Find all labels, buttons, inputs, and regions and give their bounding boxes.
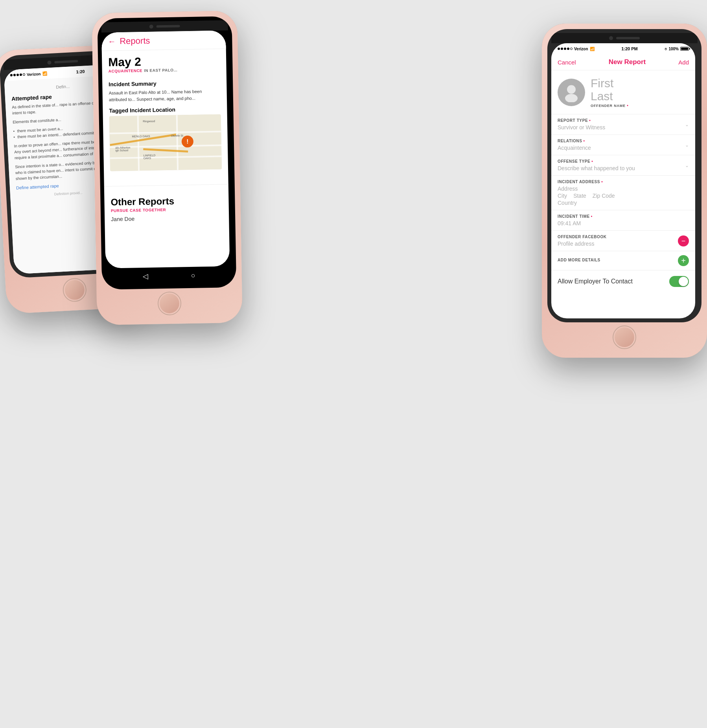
relations-section: RELATIONS • Acquaintence ⌄ — [551, 134, 695, 155]
zip-field[interactable]: Zip Code — [593, 193, 615, 199]
wifi-icon-left: 📶 — [42, 71, 47, 76]
chevron-down-report-type: ⌄ — [685, 122, 689, 127]
pursue-label: PURSUE CASE TOGETHER — [111, 207, 223, 213]
map-container: Ringwood MENLO OAKS Okeefe St alo-Athert… — [109, 114, 222, 171]
signal-dots-left — [10, 73, 25, 76]
report-type-row[interactable]: REPORT TYPE • Survivor or Witness ⌄ — [558, 118, 689, 131]
camera-dot-middle — [149, 25, 153, 29]
relations-label: RELATIONS • — [558, 139, 591, 143]
incident-summary-text: Assault in East Palo Alto at 10... Name … — [109, 88, 221, 103]
city-field[interactable]: City — [558, 193, 567, 199]
report-type-section: REPORT TYPE • Survivor or Witness ⌄ — [551, 114, 695, 134]
bt-icon: ⎏ — [665, 47, 667, 51]
speaker-left — [54, 60, 78, 63]
incident-address-section: INCIDENT ADDRESS • Address City State Zi… — [551, 175, 695, 210]
status-left-left: Verizon 📶 — [10, 71, 47, 77]
battery-pct: 100% — [668, 47, 679, 51]
incident-time-value[interactable]: 09:41 AM — [558, 220, 689, 226]
required-dot-name: • — [627, 103, 628, 108]
phone-middle: ← Reports May 2 ACQUAINTENCE IN EAST PAL… — [92, 11, 243, 325]
status-right-right: ⎏ 100% — [665, 47, 689, 51]
home-inner-right — [615, 327, 634, 347]
facebook-row: OFFENDER FACEBOOK Profile address − — [558, 235, 689, 247]
other-reports-title: Other Reports — [110, 195, 222, 208]
incident-time-section: INCIDENT TIME • 09:41 AM — [551, 210, 695, 230]
offense-type-section: OFFENSE TYPE • Describe what happened to… — [551, 155, 695, 175]
carrier-left: Verizon — [27, 72, 41, 77]
android-back-btn[interactable]: ◁ — [143, 272, 148, 281]
offense-type-label: OFFENSE TYPE • — [558, 159, 635, 164]
offense-type-row[interactable]: OFFENSE TYPE • Describe what happened to… — [558, 159, 689, 171]
employer-toggle-row: Allow Employer To Contact — [551, 270, 695, 292]
offense-type-value: Describe what happened to you — [558, 165, 635, 171]
incident-address-label: INCIDENT ADDRESS • — [558, 180, 689, 184]
reporter-name: Jane Doe — [111, 214, 223, 222]
camera-dot-left — [47, 61, 52, 65]
toggle-knob — [679, 277, 688, 286]
carrier-right: Verizon — [574, 47, 588, 51]
address-city-state-row: City State Zip Code — [558, 193, 689, 199]
required-dot-offense: • — [591, 159, 593, 164]
home-inner-left — [64, 279, 85, 300]
avatar[interactable] — [558, 79, 585, 106]
back-arrow-icon[interactable]: ← — [108, 37, 116, 46]
new-report-title: New Report — [609, 58, 646, 66]
signal-right — [558, 48, 573, 50]
home-indicator-middle[interactable] — [158, 291, 182, 315]
employer-toggle[interactable] — [669, 276, 689, 287]
add-more-button[interactable]: + — [678, 255, 689, 266]
add-more-label: ADD MORE DETAILS — [558, 258, 600, 262]
status-bar-right: Verizon 📶 1:20 PM ⎏ 100% — [551, 43, 695, 54]
svg-point-1 — [565, 94, 578, 102]
screen-right: Verizon 📶 1:20 PM ⎏ 100% Cancel — [551, 43, 695, 318]
speaker-middle — [156, 25, 180, 28]
address-fields: Address City State Zip Code Country — [558, 186, 689, 206]
map-background: Ringwood MENLO OAKS Okeefe St alo-Athert… — [109, 114, 222, 171]
home-inner-middle — [160, 294, 180, 314]
incident-summary-title: Incident Summary — [109, 79, 220, 88]
facebook-value[interactable]: Profile address — [558, 241, 607, 247]
offender-name-label: OFFENDER NAME • — [591, 103, 629, 108]
time-right: 1:20 PM — [621, 46, 638, 51]
home-indicator-left[interactable] — [62, 278, 87, 302]
relations-row[interactable]: RELATIONS • Acquaintence ⌄ — [558, 139, 689, 151]
status-left-right: Verizon 📶 — [558, 47, 595, 51]
facebook-label: OFFENDER FACEBOOK — [558, 235, 607, 239]
employer-toggle-label: Allow Employer To Contact — [558, 278, 633, 285]
reports-title: Reports — [120, 36, 150, 46]
time-left: 1:20 — [76, 69, 85, 74]
report-date: May 2 — [108, 55, 220, 68]
chevron-down-offense: ⌄ — [685, 163, 689, 168]
battery-fill — [681, 48, 688, 50]
remove-facebook-button[interactable]: − — [678, 235, 689, 246]
new-report-nav: Cancel New Report Add — [551, 54, 695, 70]
chevron-down-relations: ⌄ — [685, 142, 689, 148]
android-home-btn[interactable]: ○ — [191, 271, 195, 279]
phone-top-bar-right — [551, 33, 698, 43]
speaker-right — [616, 37, 640, 39]
add-more-row: ADD MORE DETAILS + — [558, 255, 689, 266]
cancel-button[interactable]: Cancel — [558, 59, 576, 66]
phone-right: Verizon 📶 1:20 PM ⎏ 100% Cancel — [542, 24, 707, 358]
screen-middle: ← Reports May 2 ACQUAINTENCE IN EAST PAL… — [101, 30, 230, 268]
reports-nav: ← Reports — [101, 30, 226, 51]
country-field[interactable]: Country — [558, 200, 689, 206]
other-reports-card: Other Reports PURSUE CASE TOGETHER Jane … — [104, 189, 229, 228]
add-button[interactable]: Add — [678, 59, 689, 66]
incident-time-label: INCIDENT TIME • — [558, 214, 689, 219]
relations-value: Acquaintence — [558, 145, 591, 151]
android-nav: ◁ ○ — [105, 266, 232, 286]
location-tag: IN EAST PALO... — [144, 68, 177, 73]
offender-last-name: Last — [591, 90, 629, 103]
wifi-icon-right: 📶 — [590, 47, 595, 51]
state-field[interactable]: State — [573, 193, 586, 199]
home-indicator-right[interactable] — [613, 325, 636, 349]
address-placeholder[interactable]: Address — [558, 186, 689, 192]
report-type-label: REPORT TYPE • — [558, 118, 605, 123]
camera-dot-right — [609, 36, 613, 40]
required-dot-address: • — [601, 180, 603, 184]
offender-facebook-section: OFFENDER FACEBOOK Profile address − — [551, 230, 695, 251]
required-dot-time: • — [591, 214, 593, 219]
divider — [104, 184, 228, 187]
acquaintence-tag: ACQUAINTENCE — [109, 68, 143, 74]
